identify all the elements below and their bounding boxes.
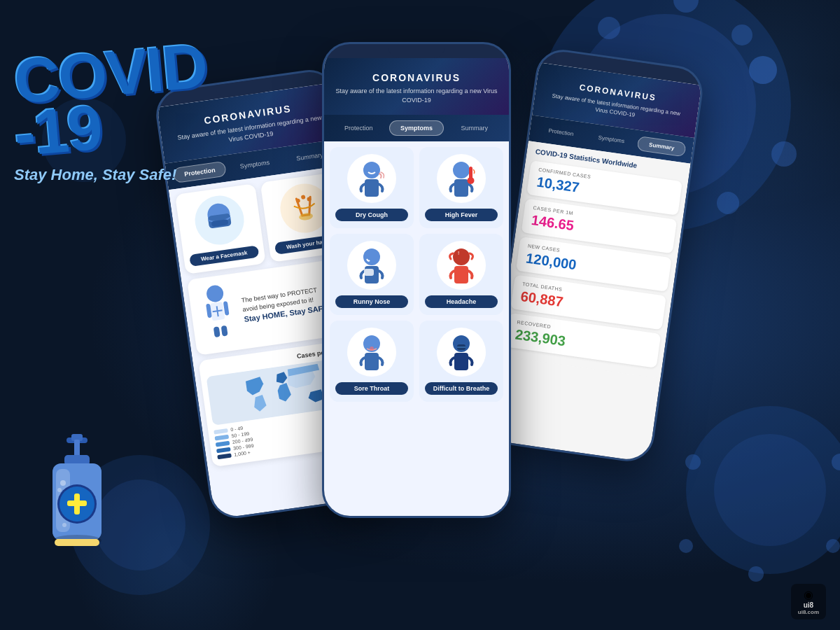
summary-content: COVID-19 Statistics Worldwide CONFIRMED … — [498, 141, 691, 379]
tab-summary-right[interactable]: Summary — [637, 136, 687, 157]
phone-screen-center: CORONAVIRUS Stay aware of the latest inf… — [324, 58, 509, 516]
svg-point-40 — [453, 162, 470, 178]
symptom-difficult-breathe: Difficult to Breathe — [419, 321, 503, 402]
watermark: ◉ ui8 ui8.com — [791, 584, 826, 620]
covid-subtitle: Stay Home, Stay Safe! — [14, 164, 206, 186]
svg-point-28 — [206, 284, 225, 303]
symptom-dry-cough: Dry Cough — [330, 147, 414, 228]
symptom-headache: ! Headache — [419, 234, 503, 315]
svg-point-52 — [370, 346, 374, 351]
svg-point-47 — [453, 248, 470, 265]
tab-bar-center: Protection Symptoms Summary — [324, 115, 509, 141]
svg-rect-39 — [365, 179, 379, 197]
svg-rect-46 — [364, 269, 374, 276]
svg-point-26 — [300, 195, 305, 200]
protect-text: The best way to PROTECT avoid being expo… — [241, 285, 329, 325]
svg-rect-35 — [214, 326, 220, 337]
svg-rect-54 — [454, 353, 468, 370]
high-fever-label: High Fever — [425, 209, 498, 221]
symptom-high-fever: High Fever — [419, 147, 503, 228]
svg-point-69 — [60, 480, 66, 486]
headache-label: Headache — [425, 295, 498, 308]
sanitizer-bottle — [35, 434, 119, 574]
watermark-icon: ◉ — [798, 588, 819, 601]
tab-summary-center[interactable]: Summary — [447, 120, 502, 136]
symptom-sore-throat: Sore Throat — [330, 321, 414, 402]
high-fever-icon — [437, 154, 486, 203]
svg-text:!: ! — [458, 250, 459, 256]
symptoms-grid: Dry Cough High — [324, 141, 509, 407]
app-desc-center: Stay aware of the latest information reg… — [335, 87, 498, 104]
difficult-breathe-icon — [437, 328, 486, 377]
tab-symptoms-center[interactable]: Symptoms — [389, 120, 444, 136]
svg-point-70 — [57, 488, 62, 492]
app-title-center: CORONAVIRUS — [335, 72, 498, 83]
phone-header-center: CORONAVIRUS Stay aware of the latest inf… — [324, 58, 509, 115]
facemask-icon — [192, 192, 247, 248]
sanitizer-svg — [35, 434, 119, 574]
tab-symptoms-right[interactable]: Symptoms — [587, 129, 636, 150]
difficult-breathe-label: Difficult to Breathe — [425, 382, 498, 395]
headache-icon: ! — [437, 241, 486, 290]
phone-symptoms: CORONAVIRUS Stay aware of the latest inf… — [322, 42, 511, 518]
svg-rect-36 — [221, 326, 228, 337]
phone-notch-center — [388, 44, 444, 58]
svg-rect-48 — [454, 266, 468, 284]
svg-point-38 — [363, 162, 380, 178]
tab-symptoms-left[interactable]: Symptoms — [227, 153, 282, 176]
svg-rect-41 — [454, 179, 468, 197]
facemask-card: Wear a Facemask — [175, 183, 266, 274]
tab-protection-center[interactable]: Protection — [331, 120, 386, 136]
svg-rect-51 — [365, 353, 379, 370]
facemask-label: Wear a Facemask — [189, 246, 259, 267]
svg-point-71 — [62, 523, 66, 527]
svg-rect-66 — [67, 500, 87, 506]
dry-cough-label: Dry Cough — [335, 209, 408, 221]
watermark-text: ui8 — [798, 601, 819, 609]
sore-throat-icon — [347, 328, 396, 377]
watermark-url: ui8.com — [798, 609, 819, 615]
dry-cough-icon — [347, 154, 396, 203]
runny-nose-label: Runny Nose — [335, 295, 408, 308]
svg-point-44 — [363, 248, 380, 265]
tab-protection-right[interactable]: Protection — [536, 122, 586, 143]
svg-rect-59 — [74, 440, 80, 457]
doctor-icon — [195, 281, 241, 348]
sore-throat-label: Sore Throat — [335, 382, 408, 395]
runny-nose-icon — [347, 241, 396, 290]
covid-title-block: COVID -19 Stay Home, Stay Safe! — [14, 42, 206, 186]
covid-dash-19: -19 — [12, 86, 209, 166]
svg-point-43 — [467, 177, 474, 184]
svg-rect-68 — [55, 539, 99, 546]
symptom-runny-nose: Runny Nose — [330, 234, 414, 315]
